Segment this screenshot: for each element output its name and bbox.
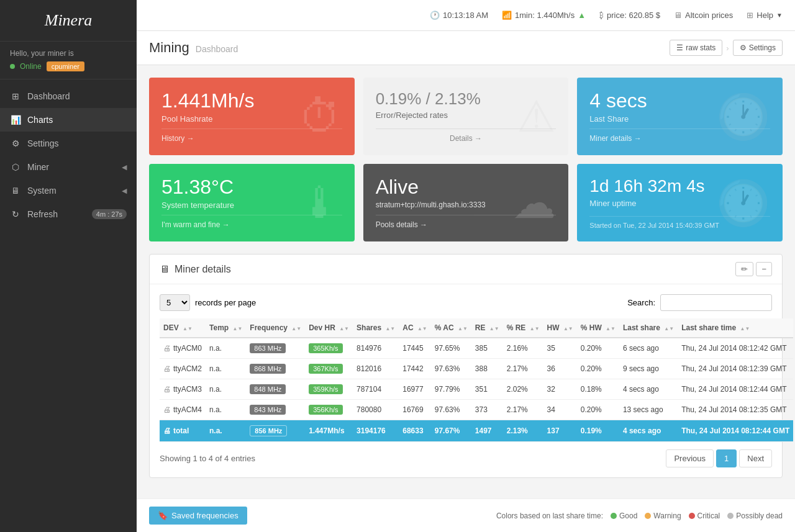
col-pct-re[interactable]: % RE ▲▼ — [503, 318, 543, 338]
cell-pct-ac: 97.63% — [431, 359, 471, 379]
page-title: Mining — [149, 40, 189, 56]
bookmark-icon: 🔖 — [158, 511, 168, 520]
sidebar-item-label: Dashboard — [27, 91, 127, 101]
col-ac[interactable]: AC ▲▼ — [399, 318, 431, 338]
col-last-share-time[interactable]: Last share time ▲▼ — [678, 318, 793, 338]
col-last-share[interactable]: Last share ▲▼ — [619, 318, 678, 338]
critical-label: Critical — [697, 512, 720, 520]
sidebar-item-charts[interactable]: 📊 Charts — [0, 108, 137, 132]
cell-ac: 16977 — [399, 379, 431, 400]
cell-dev-hr: 359Kh/s — [305, 379, 353, 400]
raw-stats-button[interactable]: ☰ raw stats — [670, 40, 722, 56]
search-label: Search: — [627, 298, 655, 307]
cell-pct-ac: 97.65% — [431, 338, 471, 359]
cell-last-share: 4 secs ago — [619, 420, 678, 442]
miner-icon: ⬡ — [10, 162, 21, 172]
gear-icon: ⚙ — [740, 43, 747, 52]
cell-last-share-time: Thu, 24 Jul 2014 08:12:44 GMT — [678, 379, 793, 400]
legend-title: Colors based on last share time: — [496, 512, 603, 520]
sidebar-item-label: System — [27, 186, 116, 196]
hashrate-icon: 📶 — [502, 11, 512, 20]
search-input[interactable] — [660, 294, 772, 311]
cell-re: 388 — [471, 359, 503, 379]
cell-freq: 848 MHz — [246, 379, 305, 400]
cell-last-share: 13 secs ago — [619, 400, 678, 420]
cell-dev: 🖨total — [160, 420, 206, 442]
sidebar-item-label: Charts — [27, 115, 127, 125]
miner-table: DEV ▲▼ Temp ▲▼ Frequency ▲▼ Dev HR ▲▼ Sh… — [160, 318, 793, 442]
monitor-icon: 🖥 — [160, 264, 170, 275]
col-pct-ac[interactable]: % AC ▲▼ — [431, 318, 471, 338]
cards-grid: 1.441Mh/s Pool Hashrate ⏱ History → 0.19… — [149, 78, 783, 241]
sidebar-item-dashboard[interactable]: ⊞ Dashboard — [0, 84, 137, 108]
table-row: 🖨ttyACM0 n.a. 863 MHz 365Kh/s 814976 174… — [160, 338, 793, 359]
cell-dev: 🖨ttyACM4 — [160, 400, 206, 420]
good-label: Good — [619, 512, 637, 520]
previous-button[interactable]: Previous — [666, 449, 714, 467]
sidebar-item-refresh[interactable]: ↻ Refresh 4m : 27s — [0, 202, 137, 226]
minimize-button[interactable]: − — [756, 262, 772, 276]
card-last-share: 4 secs Last Share 🕐 Miner details → — [577, 78, 783, 155]
cell-pct-hw: 0.19% — [577, 420, 619, 442]
refresh-timer-badge: 4m : 27s — [92, 209, 127, 219]
settings-label: Settings — [749, 43, 776, 52]
charts-icon: 📊 — [10, 115, 21, 125]
history-link[interactable]: History → — [161, 128, 342, 143]
sidebar-logo: Minera — [0, 0, 137, 42]
cell-re: 1497 — [471, 420, 503, 442]
cell-pct-re: 2.17% — [503, 359, 543, 379]
page-1-button[interactable]: 1 — [716, 449, 737, 467]
refresh-icon: ↻ — [10, 209, 21, 219]
saved-freq-label: Saved frequencies — [171, 511, 238, 520]
records-select-input[interactable]: 5 10 25 — [160, 294, 190, 311]
warm-link[interactable]: I'm warm and fine → — [161, 215, 342, 229]
col-re[interactable]: RE ▲▼ — [471, 318, 503, 338]
topbar-altcoin[interactable]: 🖥 Altcoin prices — [674, 11, 733, 20]
next-button[interactable]: Next — [739, 449, 772, 467]
saved-frequencies-button[interactable]: 🔖 Saved frequencies — [149, 507, 247, 525]
sidebar-item-miner[interactable]: ⬡ Miner ◀ — [0, 155, 137, 179]
sidebar-nav: ⊞ Dashboard 📊 Charts ⚙ Settings ⬡ Miner … — [0, 79, 137, 532]
col-dev-hr[interactable]: Dev HR ▲▼ — [305, 318, 353, 338]
topbar-hashrate: 📶 1min: 1.440Mh/s ▲ — [502, 11, 586, 20]
critical-dot — [689, 513, 695, 519]
legend-critical: Critical — [689, 512, 720, 520]
current-time: 10:13:18 AM — [443, 11, 488, 20]
dead-label: Possibly dead — [736, 512, 783, 520]
cell-shares: 814976 — [353, 338, 399, 359]
bottom-bar: 🔖 Saved frequencies Colors based on last… — [137, 498, 795, 532]
pools-link[interactable]: Pools details → — [376, 215, 556, 229]
cell-shares: 787104 — [353, 379, 399, 400]
sidebar-item-settings[interactable]: ⚙ Settings — [0, 132, 137, 155]
settings-button[interactable]: ⚙ Settings — [733, 40, 783, 56]
cell-last-share-time: Thu, 24 Jul 2014 08:12:44 GMT — [678, 420, 793, 442]
topbar-help[interactable]: ⊞ Help ▼ — [747, 11, 783, 20]
col-pct-hw[interactable]: % HW ▲▼ — [577, 318, 619, 338]
cell-last-share-time: Thu, 24 Jul 2014 08:12:42 GMT — [678, 338, 793, 359]
col-temp[interactable]: Temp ▲▼ — [206, 318, 246, 338]
edit-button[interactable]: ✏ — [735, 262, 753, 276]
panel-body: 5 10 25 records per page Search: — [150, 284, 782, 477]
cell-last-share-time: Thu, 24 Jul 2014 08:12:35 GMT — [678, 400, 793, 420]
cell-shares: 780080 — [353, 400, 399, 420]
settings-icon: ⚙ — [10, 138, 21, 148]
col-frequency[interactable]: Frequency ▲▼ — [246, 318, 305, 338]
sidebar-user: Hello, your miner is Online cpuminer — [0, 42, 137, 79]
cell-hw: 137 — [543, 420, 577, 442]
cell-pct-hw: 0.20% — [577, 359, 619, 379]
table-row: 🖨ttyACM2 n.a. 868 MHz 367Kh/s 812016 174… — [160, 359, 793, 379]
col-hw[interactable]: HW ▲▼ — [543, 318, 577, 338]
cell-pct-re: 2.13% — [503, 420, 543, 442]
sidebar-greeting: Hello, your miner is — [10, 49, 127, 58]
sidebar-item-system[interactable]: 🖥 System ◀ — [0, 179, 137, 202]
cell-dev: 🖨ttyACM2 — [160, 359, 206, 379]
table-row: 🖨ttyACM3 n.a. 848 MHz 359Kh/s 787104 169… — [160, 379, 793, 400]
dashboard-icon: ⊞ — [10, 91, 21, 101]
card-alive: Alive stratum+tcp://multi.ghash.io:3333 … — [363, 164, 569, 241]
miner-details-link[interactable]: Miner details → — [589, 128, 770, 143]
col-dev[interactable]: DEV ▲▼ — [160, 318, 206, 338]
col-shares[interactable]: Shares ▲▼ — [353, 318, 399, 338]
cell-last-share-time: Thu, 24 Jul 2014 08:12:39 GMT — [678, 359, 793, 379]
cell-dev: 🖨ttyACM0 — [160, 338, 206, 359]
cell-re: 373 — [471, 400, 503, 420]
